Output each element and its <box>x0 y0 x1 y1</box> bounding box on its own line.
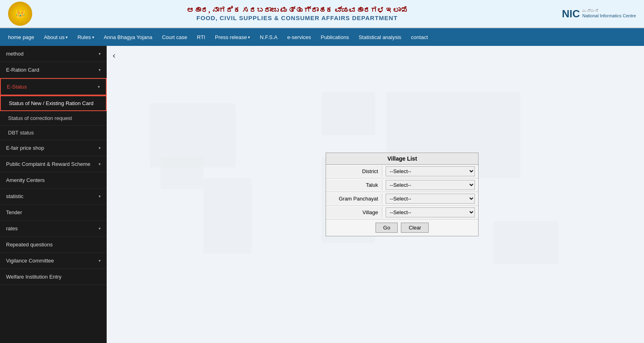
sidebar-item-status-new-existing[interactable]: Status of New / Existing Ration Card <box>0 95 107 111</box>
district-row: District --Select-- <box>326 165 478 178</box>
page-layout: method▾E-Ration Card▾E-Status▾Status of … <box>0 46 644 343</box>
sidebar-item-label: E-fair price shop <box>6 145 44 151</box>
chevron-down-icon: ▾ <box>92 35 94 39</box>
header-logo: 👑 <box>8 2 32 26</box>
nav-item-anna-bhagya-yojana[interactable]: Anna Bhagya Yojana <box>100 30 157 44</box>
nav-item-home-page[interactable]: home page <box>4 30 38 44</box>
nav-item-rules[interactable]: Rules▾ <box>73 30 98 44</box>
sidebar-item-label: Amenity Centers <box>6 177 45 183</box>
nav-item-court-case[interactable]: Court case <box>158 30 191 44</box>
clear-button[interactable]: Clear <box>401 223 429 233</box>
gram-panchayat-row: Gram Panchayat --Select-- <box>326 192 478 206</box>
chevron-down-icon: ▾ <box>99 194 101 198</box>
chevron-down-icon: ▾ <box>99 52 101 56</box>
go-button[interactable]: Go <box>376 223 398 233</box>
sidebar-item-label: Vigilance Committee <box>6 258 54 264</box>
sidebar-item-label: Status of New / Existing Ration Card <box>9 100 93 106</box>
district-label: District <box>326 166 382 177</box>
chevron-down-icon: ▾ <box>99 226 101 231</box>
nic-full-name: National Informatics Centre <box>582 13 636 19</box>
sidebar-item-status-correction[interactable]: Status of correction request <box>0 111 107 126</box>
form-title: Village List <box>326 153 478 165</box>
sidebar-item-label: Repeated questions <box>6 242 53 248</box>
page-header: 👑 ಆಹಾರ, ನಾಗರಿಕ ಸರಬರಾಜು ಮತ್ತು ಗ್ರಾಹಕ ವ್ಯವ… <box>0 0 644 28</box>
svg-rect-1 <box>161 157 204 189</box>
sidebar-item-dbt-status[interactable]: DBT status <box>0 126 107 140</box>
nav-item-about-us[interactable]: About us▾ <box>40 30 72 44</box>
nic-info: ಎನ್‌ಐಸಿ National Informatics Centre <box>582 8 636 19</box>
emblem-icon: 👑 <box>8 2 32 26</box>
svg-rect-3 <box>322 92 376 135</box>
taluk-select[interactable]: --Select-- <box>386 180 475 190</box>
sidebar-item-welfare-institution-entry[interactable]: Welfare Institution Entry <box>0 269 107 285</box>
sidebar-item-public-complaint[interactable]: Public Complaint & Reward Scheme▾ <box>0 156 107 172</box>
chevron-down-icon: ▾ <box>99 162 101 166</box>
nav-item-n.f.s.a[interactable]: N.F.S.A <box>256 30 281 44</box>
district-select[interactable]: --Select-- <box>386 166 475 176</box>
sidebar-item-method[interactable]: method▾ <box>0 46 107 62</box>
sidebar-item-label: Public Complaint & Reward Scheme <box>6 161 91 167</box>
village-label: Village <box>326 207 382 218</box>
header-center: ಆಹಾರ, ನಾಗರಿಕ ಸರಬರಾಜು ಮತ್ತು ಗ್ರಾಹಕ ವ್ಯವಹಾ… <box>32 6 562 21</box>
kannada-title: ಆಹಾರ, ನಾಗರಿಕ ಸರಬರಾಜು ಮತ್ತು ಗ್ರಾಹಕ ವ್ಯವಹಾ… <box>32 6 562 14</box>
chevron-down-icon: ▾ <box>99 68 101 72</box>
sidebar-item-rates[interactable]: rates▾ <box>0 221 107 237</box>
nav-item-contact[interactable]: contact <box>407 30 432 44</box>
sidebar-item-e-status[interactable]: E-Status▾ <box>0 78 107 95</box>
taluk-row: Taluk --Select-- <box>326 178 478 192</box>
sidebar-item-statistic[interactable]: statistic▾ <box>0 188 107 205</box>
sidebar-item-label: E-Status <box>7 84 27 90</box>
village-form-container: Village List District --Select-- Taluk -… <box>326 153 479 236</box>
sidebar-item-e-ration-card[interactable]: E-Ration Card▾ <box>0 62 107 78</box>
sidebar-item-label: method <box>6 51 23 57</box>
village-select[interactable]: --Select-- <box>386 207 475 217</box>
sidebar-item-e-fair-price-shop[interactable]: E-fair price shop▾ <box>0 140 107 156</box>
sidebar: method▾E-Ration Card▾E-Status▾Status of … <box>0 46 107 343</box>
taluk-label: Taluk <box>326 180 382 190</box>
nav-item-statistical-analysis[interactable]: Statistical analysis <box>355 30 405 44</box>
chevron-down-icon: ▾ <box>98 85 100 89</box>
sidebar-item-label: statistic <box>6 193 23 199</box>
sidebar-item-label: Status of correction request <box>8 115 72 121</box>
svg-rect-7 <box>493 221 558 264</box>
chevron-down-icon: ▾ <box>66 35 68 39</box>
gram-panchayat-select[interactable]: --Select-- <box>386 194 475 204</box>
nav-item-e-services[interactable]: e-services <box>283 30 315 44</box>
village-row: Village --Select-- <box>326 206 478 219</box>
chevron-down-icon: ▾ <box>248 35 250 39</box>
nav-item-publications[interactable]: Publications <box>317 30 353 44</box>
nav-item-press-release[interactable]: Press release▾ <box>211 30 254 44</box>
chevron-down-icon: ▾ <box>99 146 101 150</box>
nav-item-rti[interactable]: RTI <box>193 30 209 44</box>
form-buttons: Go Clear <box>326 219 478 236</box>
sidebar-item-amenity-centers[interactable]: Amenity Centers <box>0 172 107 188</box>
village-list-form: Village List District --Select-- Taluk -… <box>326 153 479 236</box>
nic-logo: NIC <box>562 7 580 20</box>
sidebar-item-label: DBT status <box>8 130 34 136</box>
chevron-down-icon: ▾ <box>99 258 101 263</box>
nic-logo-section: NIC ಎನ್‌ಐಸಿ National Informatics Centre <box>562 7 636 20</box>
sidebar-item-tender[interactable]: Tender <box>0 205 107 221</box>
svg-rect-2 <box>203 178 252 254</box>
nic-abbr: ಎನ್‌ಐಸಿ <box>582 8 636 13</box>
sidebar-item-vigilance-committee[interactable]: Vigilance Committee▾ <box>0 253 107 269</box>
english-title: FOOD, CIVIL SUPPLIES & CONSUMER AFFAIRS … <box>32 14 562 21</box>
sidebar-item-label: Welfare Institution Entry <box>6 274 62 280</box>
back-arrow-button[interactable]: ‹ <box>113 51 116 60</box>
sidebar-item-label: Tender <box>6 209 22 215</box>
sidebar-item-label: E-Ration Card <box>6 67 39 73</box>
sidebar-item-repeated-questions[interactable]: Repeated questions <box>0 237 107 253</box>
main-navbar: home pageAbout us▾Rules▾Anna Bhagya Yoja… <box>0 28 644 46</box>
main-content: // dots are generated via JS below ‹ Vil… <box>107 46 644 343</box>
sidebar-item-label: rates <box>6 225 18 231</box>
gram-panchayat-label: Gram Panchayat <box>326 193 382 204</box>
